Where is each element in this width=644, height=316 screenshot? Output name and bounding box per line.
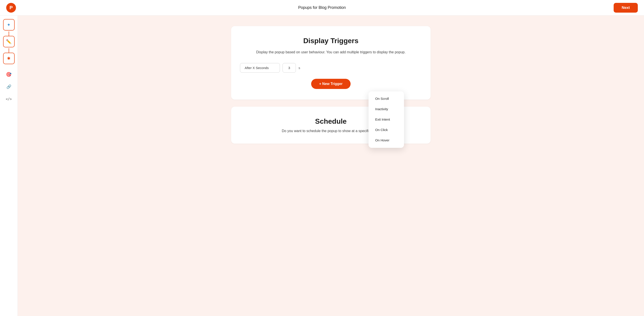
logo: P: [6, 3, 16, 13]
dropdown-item-on-hover[interactable]: On Hover: [371, 135, 402, 145]
sidebar-item-brush[interactable]: ✏️: [3, 36, 15, 47]
dropdown-item-on-scroll[interactable]: On Scroll: [371, 94, 402, 104]
sidebar-item-code[interactable]: </>: [3, 93, 15, 105]
link-icon: 🔗: [6, 84, 11, 89]
brush-icon: ✏️: [6, 39, 12, 44]
trigger-unit: s: [298, 66, 300, 70]
sidebar-connector-2: [9, 48, 9, 53]
sidebar-item-sparkle[interactable]: ✦: [3, 19, 15, 30]
sidebar: ✦ ✏️ ✱ 🎯 🔗 </>: [0, 15, 18, 316]
main-content: Display Triggers Display the popup based…: [18, 15, 644, 316]
cursor-icon: ✱: [7, 56, 10, 61]
sidebar-connector-1: [9, 31, 9, 36]
trigger-dropdown: On Scroll Inactivity Exit Intent On Clic…: [368, 91, 404, 148]
new-trigger-button[interactable]: + New Trigger: [311, 79, 350, 89]
page-title: Popups for Blog Promotion: [298, 5, 346, 10]
target-icon: 🎯: [6, 72, 12, 77]
trigger-value[interactable]: 3: [282, 63, 296, 73]
sidebar-item-target[interactable]: 🎯: [3, 69, 15, 80]
trigger-row: After X Seconds 3 s: [240, 63, 422, 73]
app-layout: ✦ ✏️ ✱ 🎯 🔗 </> Display Triggers Display …: [0, 15, 644, 316]
sidebar-item-cursor[interactable]: ✱: [3, 53, 15, 64]
dropdown-item-inactivity[interactable]: Inactivity: [371, 104, 402, 114]
code-icon: </>: [6, 97, 12, 101]
sparkle-icon: ✦: [7, 22, 11, 27]
next-button[interactable]: Next: [614, 3, 638, 13]
dropdown-item-exit-intent[interactable]: Exit Intent: [371, 114, 402, 124]
sidebar-item-link[interactable]: 🔗: [3, 81, 15, 93]
display-triggers-card: Display Triggers Display the popup based…: [231, 26, 430, 100]
dropdown-item-on-click[interactable]: On Click: [371, 125, 402, 135]
display-triggers-title: Display Triggers: [240, 37, 422, 45]
display-triggers-desc: Display the popup based on user behaviou…: [240, 49, 422, 55]
header: P Popups for Blog Promotion Next: [0, 0, 644, 15]
trigger-label: After X Seconds: [240, 63, 280, 73]
